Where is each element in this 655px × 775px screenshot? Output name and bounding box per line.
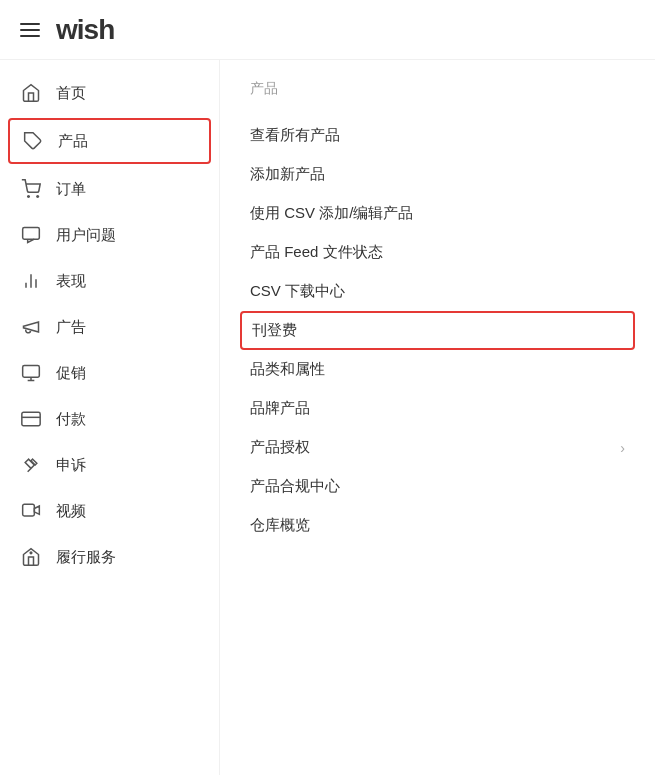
hamburger-button[interactable]	[20, 23, 40, 37]
sidebar-item-label: 促销	[56, 364, 86, 383]
sidebar-item-orders[interactable]: 订单	[0, 166, 219, 212]
logo: wish	[56, 14, 114, 46]
sidebar: 首页 产品 订单	[0, 60, 220, 775]
sidebar-item-label: 履行服务	[56, 548, 116, 567]
content-item-csv-download[interactable]: CSV 下载中心	[250, 272, 625, 311]
content-item-product-auth[interactable]: 产品授权 ›	[250, 428, 625, 467]
sidebar-item-complaints[interactable]: 申诉	[0, 442, 219, 488]
content-panel: 产品 查看所有产品 添加新产品 使用 CSV 添加/编辑产品 产品 Feed 文…	[220, 60, 655, 775]
sidebar-item-label: 申诉	[56, 456, 86, 475]
card-icon	[20, 408, 42, 430]
sidebar-item-fulfillment[interactable]: 履行服务	[0, 534, 219, 580]
svg-rect-7	[23, 366, 40, 378]
svg-rect-12	[23, 504, 35, 516]
display-icon	[20, 362, 42, 384]
content-item-feed-status[interactable]: 产品 Feed 文件状态	[250, 233, 625, 272]
content-item-warehouse[interactable]: 仓库概览	[250, 506, 625, 545]
chevron-right-icon: ›	[620, 440, 625, 456]
gavel-icon	[20, 454, 42, 476]
sidebar-item-performance[interactable]: 表现	[0, 258, 219, 304]
cart-icon	[20, 178, 42, 200]
svg-rect-10	[22, 412, 40, 425]
content-item-view-all[interactable]: 查看所有产品	[250, 116, 625, 155]
sidebar-item-promotions[interactable]: 促销	[0, 350, 219, 396]
sidebar-item-payment[interactable]: 付款	[0, 396, 219, 442]
sidebar-item-label: 付款	[56, 410, 86, 429]
svg-point-13	[30, 552, 32, 554]
sidebar-item-home[interactable]: 首页	[0, 70, 219, 116]
svg-point-1	[28, 196, 30, 198]
svg-rect-3	[23, 228, 40, 240]
sidebar-item-label: 广告	[56, 318, 86, 337]
sidebar-item-label: 用户问题	[56, 226, 116, 245]
svg-point-2	[37, 196, 39, 198]
sidebar-item-ads[interactable]: 广告	[0, 304, 219, 350]
sidebar-item-label: 产品	[58, 132, 88, 151]
header: wish	[0, 0, 655, 60]
content-item-brand-products[interactable]: 品牌产品	[250, 389, 625, 428]
section-title: 产品	[250, 80, 625, 98]
chart-icon	[20, 270, 42, 292]
content-item-compliance[interactable]: 产品合规中心	[250, 467, 625, 506]
sidebar-item-label: 订单	[56, 180, 86, 199]
message-icon	[20, 224, 42, 246]
content-item-add-new[interactable]: 添加新产品	[250, 155, 625, 194]
content-item-category-attrs[interactable]: 品类和属性	[250, 350, 625, 389]
sidebar-item-products[interactable]: 产品	[8, 118, 211, 164]
sidebar-item-label: 表现	[56, 272, 86, 291]
content-item-csv-add-edit[interactable]: 使用 CSV 添加/编辑产品	[250, 194, 625, 233]
megaphone-icon	[20, 316, 42, 338]
video-icon	[20, 500, 42, 522]
fulfillment-icon	[20, 546, 42, 568]
sidebar-item-user-issues[interactable]: 用户问题	[0, 212, 219, 258]
content-item-listing-fee[interactable]: 刊登费	[240, 311, 635, 350]
sidebar-item-label: 首页	[56, 84, 86, 103]
tag-icon	[22, 130, 44, 152]
sidebar-item-video[interactable]: 视频	[0, 488, 219, 534]
main-layout: 首页 产品 订单	[0, 60, 655, 775]
sidebar-item-label: 视频	[56, 502, 86, 521]
home-icon	[20, 82, 42, 104]
